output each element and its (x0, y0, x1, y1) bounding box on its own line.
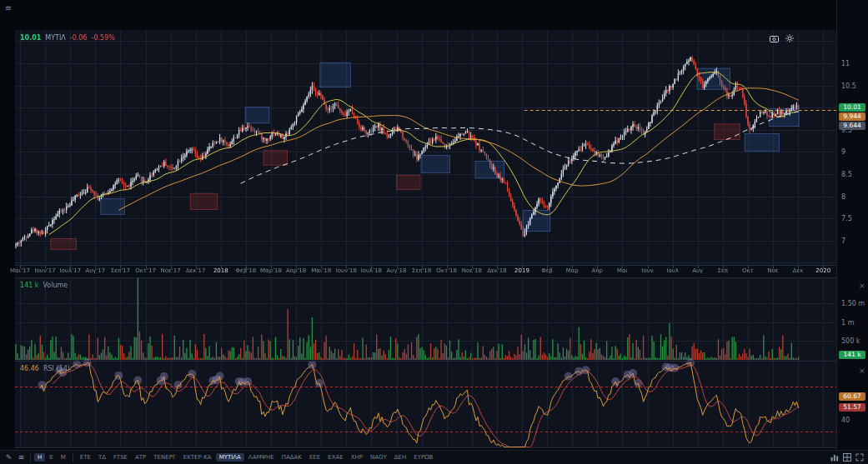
ticker-button[interactable]: ΕΧΑΕ (324, 453, 346, 462)
volume-legend: 141 k Volume (20, 282, 68, 289)
ticker-button[interactable]: ΕΤΕ (77, 453, 94, 462)
time-axis-label: Δεκ'18 (487, 267, 507, 274)
timeframe-button[interactable]: Ε (46, 453, 56, 462)
time-axis-label: 2019 (514, 267, 529, 274)
ticker-button[interactable]: ΕΕΕ (306, 453, 324, 462)
price-axis-badge: 9.944 (839, 112, 865, 121)
volume-axis-label: 1 m (841, 318, 854, 326)
time-axis-label: Οκτ (742, 267, 754, 274)
time-axis-label: Μαι'17 (10, 267, 30, 274)
price-change: -0.06 (70, 34, 88, 42)
volume-value: 141 k (20, 282, 38, 289)
time-axis-label: Ιουν'18 (336, 267, 357, 274)
time-axis-label: Ιουλ'17 (60, 267, 81, 274)
left-toolbar-strip (0, 0, 15, 450)
symbol-legend: 10.01 ΜΥΤΙΛ -0.06 -0.59% (20, 34, 115, 42)
ticker-button[interactable]: ΧΗΡ (348, 453, 366, 462)
chart-quick-actions (769, 33, 795, 43)
ticker-button[interactable]: ΤΔ (95, 453, 109, 462)
time-axis-label: Σεπ'18 (412, 267, 431, 274)
rsi-value: 46.46 (20, 365, 39, 372)
time-axis-label: Νοε (767, 267, 778, 274)
price-axis-label: 7.5 (841, 215, 852, 222)
time-axis-label: 2018 (213, 267, 228, 274)
layout-icon[interactable] (841, 452, 852, 463)
time-axis-label: Φεβ'18 (236, 267, 257, 274)
time-axis-label: 2020 (815, 267, 830, 274)
timeframe-group: ΗΕΜ (34, 453, 69, 462)
draw-icon[interactable]: ✎ (3, 452, 14, 463)
time-axis-label: Μαι'18 (311, 267, 331, 274)
time-axis-label: Δεκ'17 (186, 267, 206, 274)
price-axis-label: 11 (841, 59, 850, 67)
price-axis-label: 7 (841, 237, 845, 244)
chart-canvas[interactable] (15, 30, 836, 448)
time-axis-label: Απρ'18 (286, 267, 306, 274)
time-axis-label: Φεβ (541, 267, 553, 274)
ticker-button[interactable]: ΑΤΡ (132, 453, 149, 462)
price-axis-label: 10.5 (841, 82, 856, 89)
time-axis-label: Απρ (592, 267, 603, 274)
volume-pane-close-icon[interactable]: × (859, 282, 865, 289)
volume-badge: 141 k (839, 351, 865, 359)
price-axis-label: 8.5 (841, 170, 852, 177)
timeframe-button[interactable]: Η (34, 453, 45, 462)
last-price: 10.01 (20, 34, 41, 42)
time-axis-label: Αυγ'17 (85, 267, 105, 274)
time-axis-label: Ιουλ'18 (361, 267, 382, 274)
ticker-button[interactable]: ΕΥΡΩΒ (410, 453, 436, 462)
screenshot-icon[interactable] (769, 33, 779, 43)
time-axis-label: Αυγ'18 (387, 267, 407, 274)
time-axis-label: Μαρ'18 (260, 267, 282, 274)
toolbar-divider (30, 453, 31, 462)
watchlist-icon[interactable]: ≡ (16, 452, 27, 463)
settings-icon[interactable] (785, 33, 795, 43)
time-axis-label: Μαρ (566, 267, 579, 274)
ticker-group: ΕΤΕΤΔFTSEΑΤΡΤΕΝΕΡΓΕΚΤΕΡ-ΚΑΜΥΤΙΛΑΛΑΜΨΗΕΠΑ… (77, 453, 437, 462)
time-axis-label: Οκτ'18 (436, 267, 457, 274)
time-axis[interactable]: Μαι'17Ιουν'17Ιουλ'17Αυγ'17Σεπ'17Οκτ'17Νο… (15, 265, 836, 278)
rsi-indicator-label: RSI (14) (43, 365, 70, 372)
ticker-button[interactable]: ΝΑΟΥ (367, 453, 390, 462)
price-axis-label: 9 (841, 148, 845, 156)
time-axis-label: Νοε'18 (462, 267, 482, 274)
trading-platform: ≡ 10.01 ΜΥΤΙΛ -0.06 -0.59% 141 k Volume … (0, 0, 868, 464)
ticker-button[interactable]: ΛΑΜΨΗΕ (245, 453, 278, 462)
volume-axis-label: 1.50 m (841, 299, 865, 307)
time-axis-label: Ιουν (641, 267, 653, 274)
ticker-button[interactable]: ΕΚΤΕΡ-ΚΑ (180, 453, 215, 462)
volume-indicator-label: Volume (43, 282, 68, 289)
price-axis[interactable]: 1110.5109.598.587.5710.019.9449.6441.50 … (836, 0, 868, 450)
time-axis-label: Σεπ'17 (111, 267, 130, 274)
rsi-badge: 51.57 (839, 403, 865, 412)
time-axis-label: Ιουν'17 (35, 267, 56, 274)
time-axis-label: Οκτ'17 (135, 267, 156, 274)
price-axis-badge: 10.01 (839, 103, 865, 112)
symbol-name: ΜΥΤΙΛ (45, 34, 66, 42)
ticker-button[interactable]: ΔΕΗ (391, 453, 409, 462)
time-axis-label: Νοε'17 (161, 267, 181, 274)
timeframe-button[interactable]: Μ (58, 453, 69, 462)
bottom-toolbar: ✎ ≡ ΗΕΜ ΕΤΕΤΔFTSEΑΤΡΤΕΝΕΡΓΕΚΤΕΡ-ΚΑΜΥΤΙΛΑ… (0, 450, 868, 464)
toolbar-divider (73, 453, 73, 462)
price-axis-label: 8 (841, 192, 845, 200)
price-change-pct: -0.59% (92, 34, 115, 42)
rsi-axis-label: 40 (841, 417, 850, 424)
time-axis-label: Αυγ (692, 267, 703, 274)
time-axis-label: Δεκ (793, 267, 804, 274)
volume-axis-label: 500 k (841, 337, 860, 345)
price-axis-badge: 9.644 (839, 122, 865, 130)
ticker-button[interactable]: ΤΕΝΕΡΓ (150, 453, 178, 462)
time-axis-label: Ιουλ (666, 267, 679, 274)
time-axis-label: Μαι (617, 267, 628, 274)
fullscreen-icon[interactable] (854, 452, 865, 463)
ticker-button[interactable]: ΠΑΔΑΚ (278, 453, 305, 462)
time-axis-label: Σεπ (718, 267, 728, 274)
rsi-pane-close-icon[interactable]: × (859, 367, 865, 374)
app-menu-icon[interactable]: ≡ (3, 3, 13, 13)
ticker-button[interactable]: ΜΥΤΙΛΑ (216, 453, 244, 462)
ticker-button[interactable]: FTSE (110, 453, 131, 462)
rsi-legend: 46.46 RSI (14) (20, 365, 70, 372)
rsi-badge: 60.67 (839, 392, 865, 401)
volume-profile-icon[interactable] (829, 452, 840, 463)
